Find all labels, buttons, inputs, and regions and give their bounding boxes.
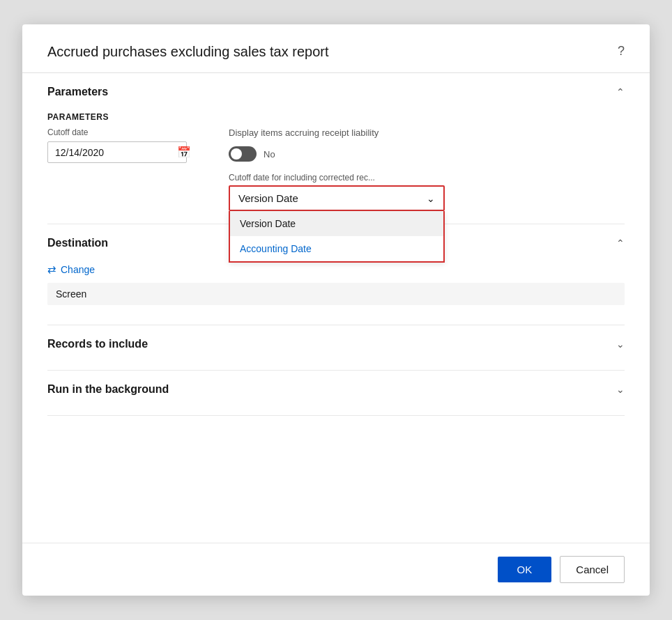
dialog-title: Accrued purchases excluding sales tax re… (47, 44, 329, 60)
cutoff-corrected-label: Cutoff date for including corrected rec.… (229, 173, 445, 183)
dialog: Accrued purchases excluding sales tax re… (22, 24, 650, 596)
dialog-footer: OK Cancel (22, 543, 650, 596)
run-background-section: Run in the background ⌄ (47, 371, 625, 416)
cancel-button[interactable]: Cancel (560, 556, 625, 583)
destination-value: Screen (47, 283, 625, 305)
parameters-section-content: PARAMETERS Cutoff date 📅 Display items a… (47, 105, 625, 224)
dropdown-selected-value: Version Date (238, 192, 298, 204)
toggle-row: No (229, 146, 445, 162)
destination-chevron-icon: ⌃ (616, 238, 625, 249)
dialog-body: Parameters ⌃ PARAMETERS Cutoff date 📅 (22, 73, 650, 543)
params-sub-label: PARAMETERS (47, 112, 625, 122)
records-section-title: Records to include (47, 338, 148, 350)
params-field-row: Cutoff date 📅 Display items accruing rec… (47, 127, 625, 211)
display-items-toggle[interactable] (229, 146, 257, 162)
cutoff-date-label: Cutoff date (47, 127, 187, 137)
run-background-section-title: Run in the background (47, 383, 169, 396)
dropdown-option-version-date[interactable]: Version Date (230, 211, 443, 236)
cutoff-date-group: Cutoff date 📅 (47, 127, 187, 163)
records-section-header[interactable]: Records to include ⌄ (47, 338, 625, 357)
toggle-knob (231, 148, 242, 160)
dropdown-option-accounting-date[interactable]: Accounting Date (230, 236, 443, 261)
dialog-header: Accrued purchases excluding sales tax re… (22, 24, 650, 73)
cutoff-corrected-dropdown-container: Cutoff date for including corrected rec.… (229, 173, 445, 211)
destination-section-title: Destination (47, 237, 108, 249)
parameters-section-header[interactable]: Parameters ⌃ (47, 86, 625, 105)
cutoff-corrected-select[interactable]: Version Date ⌄ (229, 185, 445, 211)
parameters-chevron-icon: ⌃ (616, 86, 625, 98)
run-background-chevron-icon: ⌄ (616, 384, 625, 395)
right-controls: Display items accruing receipt liability… (229, 127, 445, 211)
help-icon[interactable]: ? (618, 44, 625, 59)
run-background-section-header[interactable]: Run in the background ⌄ (47, 383, 625, 403)
parameters-section: Parameters ⌃ PARAMETERS Cutoff date 📅 (47, 73, 625, 224)
display-items-label: Display items accruing receipt liability (229, 127, 445, 138)
records-section: Records to include ⌄ (47, 325, 625, 371)
dropdown-menu: Version Date Accounting Date (229, 211, 445, 263)
toggle-value: No (264, 149, 275, 160)
dropdown-arrow-icon: ⌄ (427, 193, 435, 204)
change-label: Change (61, 264, 95, 275)
change-link[interactable]: ⇄ Change (47, 263, 625, 276)
cutoff-date-input[interactable] (55, 147, 177, 158)
records-chevron-icon: ⌄ (616, 339, 625, 350)
parameters-section-title: Parameters (47, 86, 108, 98)
ok-button[interactable]: OK (498, 557, 552, 582)
destination-section-content: ⇄ Change Screen (47, 256, 625, 325)
change-icon: ⇄ (47, 263, 56, 276)
cutoff-date-input-wrapper[interactable]: 📅 (47, 141, 187, 163)
calendar-icon[interactable]: 📅 (177, 146, 191, 159)
